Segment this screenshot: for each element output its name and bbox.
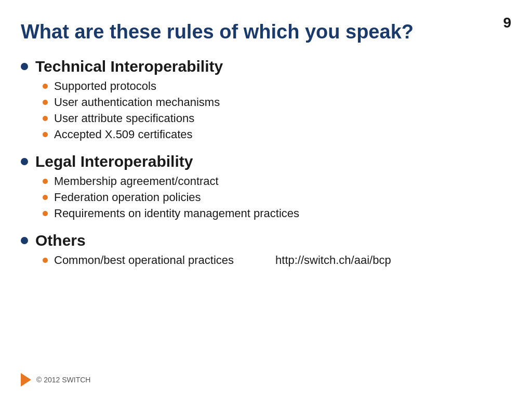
sub-item-text: User attribute specifications bbox=[54, 112, 194, 125]
list-item: Federation operation policies bbox=[43, 191, 506, 204]
section-title-others: Others bbox=[35, 232, 86, 249]
slide-number: 9 bbox=[503, 15, 511, 31]
bullet-sub bbox=[43, 179, 48, 184]
bullet-sub bbox=[43, 84, 48, 89]
bullet-sub bbox=[43, 116, 48, 121]
section-title-technical: Technical Interoperability bbox=[35, 58, 223, 75]
sub-item-text: Supported protocols bbox=[54, 79, 156, 93]
list-item: User attribute specifications bbox=[43, 112, 506, 125]
bullet-sub bbox=[43, 132, 48, 137]
list-item: User authentication mechanisms bbox=[43, 96, 506, 109]
list-item: Supported protocols bbox=[43, 79, 506, 93]
bullet-sub bbox=[43, 195, 48, 200]
sub-item-text: Requirements on identity management prac… bbox=[54, 207, 299, 220]
footer: © 2012 SWITCH bbox=[21, 373, 90, 387]
list-item: Accepted X.509 certificates bbox=[43, 128, 506, 141]
section-technical: Technical Interoperability Supported pro… bbox=[21, 58, 506, 141]
list-item: Requirements on identity management prac… bbox=[43, 207, 506, 220]
bullet-sub bbox=[43, 100, 48, 105]
section-others: Others Common/best operational practices… bbox=[21, 232, 506, 267]
section-others-header: Others bbox=[21, 232, 506, 249]
list-item: Membership agreement/contract bbox=[43, 175, 506, 188]
section-title-legal: Legal Interoperability bbox=[35, 153, 193, 170]
slide-title: What are these rules of which you speak? bbox=[21, 21, 506, 43]
sub-item-text: Membership agreement/contract bbox=[54, 175, 219, 188]
legal-sub-items: Membership agreement/contract Federation… bbox=[21, 175, 506, 220]
switch-link: http://switch.ch/aai/bcp bbox=[275, 254, 391, 267]
bullet-main-others bbox=[21, 237, 28, 244]
bullet-main-technical bbox=[21, 63, 28, 70]
section-technical-header: Technical Interoperability bbox=[21, 58, 506, 75]
bullet-sub bbox=[43, 211, 48, 216]
sub-item-text: Federation operation policies bbox=[54, 191, 201, 204]
technical-sub-items: Supported protocols User authentication … bbox=[21, 79, 506, 141]
sub-item-text: Accepted X.509 certificates bbox=[54, 128, 193, 141]
others-sub-items: Common/best operational practices http:/… bbox=[21, 254, 506, 267]
bullet-sub bbox=[43, 258, 48, 263]
list-item: Common/best operational practices http:/… bbox=[43, 254, 506, 267]
bullet-main-legal bbox=[21, 158, 28, 165]
footer-copyright: © 2012 SWITCH bbox=[36, 376, 90, 384]
section-legal: Legal Interoperability Membership agreem… bbox=[21, 153, 506, 220]
footer-arrow-icon bbox=[21, 373, 31, 387]
slide: 9 What are these rules of which you spea… bbox=[0, 0, 532, 399]
sub-item-text: User authentication mechanisms bbox=[54, 96, 220, 109]
sub-item-text: Common/best operational practices bbox=[54, 254, 234, 267]
section-legal-header: Legal Interoperability bbox=[21, 153, 506, 170]
